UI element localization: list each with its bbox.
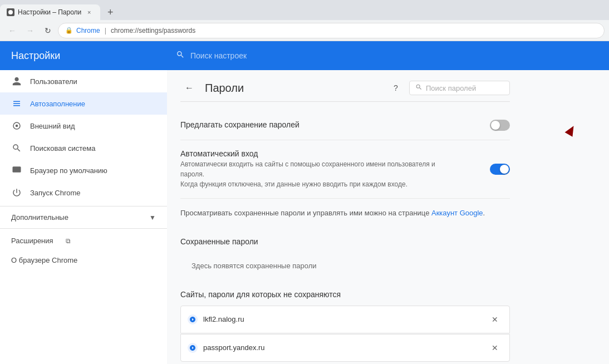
- sidebar-label-default-browser: Браузер по умолчанию: [30, 166, 107, 175]
- site-url-yandex: passport.yandex.ru: [203, 343, 482, 352]
- svg-point-0: [8, 10, 13, 14]
- top-search-bar: [167, 41, 609, 70]
- browser-chrome: Настройки – Пароли × + ← → ↻ 🔒 Chrome | …: [0, 0, 609, 41]
- site-url-nalog: lkfl2.nalog.ru: [203, 315, 482, 323]
- address-lock-icon: 🔒: [65, 27, 73, 34]
- sidebar-label-startup: Запуск Chrome: [30, 189, 81, 197]
- back-to-autofill-button[interactable]: ←: [180, 79, 198, 97]
- main-content: ← Пароли ? Предлагать сохранение паролей: [167, 41, 609, 364]
- sidebar-header: Настройки: [0, 41, 167, 70]
- sidebar-item-search[interactable]: Поисковая система: [0, 137, 167, 159]
- offer-save-info: Предлагать сохранение паролей: [180, 120, 490, 130]
- autofill-icon: [11, 98, 22, 109]
- active-tab[interactable]: Настройки – Пароли ×: [0, 4, 100, 20]
- sidebar-label-appearance: Внешний вид: [30, 122, 75, 130]
- passwords-search-icon: [415, 83, 423, 92]
- users-icon: [11, 76, 22, 87]
- sidebar-label-users: Пользователи: [30, 77, 77, 86]
- sidebar-item-startup[interactable]: Запуск Chrome: [0, 181, 167, 204]
- offer-save-title: Предлагать сохранение паролей: [180, 120, 490, 129]
- sidebar-label-autofill: Автозаполнение: [30, 100, 85, 108]
- address-source: Chrome: [76, 27, 100, 35]
- auto-signin-row: Автоматический вход Автоматически входит…: [180, 140, 510, 199]
- remove-yandex-button[interactable]: ✕: [487, 340, 503, 356]
- sidebar: Настройки Пользователи Автозаполнение Вн…: [0, 41, 167, 364]
- saved-passwords-empty: Здесь появятся сохраненные пароли: [180, 250, 510, 281]
- new-tab-button[interactable]: +: [102, 4, 118, 20]
- content-area: ← Пароли ? Предлагать сохранение паролей: [167, 70, 523, 364]
- auto-signin-toggle[interactable]: [490, 164, 510, 175]
- sidebar-divider-2: [0, 228, 167, 229]
- auto-signin-desc: Автоматически входить на сайты с помощью…: [180, 159, 448, 189]
- back-button[interactable]: ←: [4, 23, 20, 38]
- address-bar[interactable]: 🔒 Chrome | chrome://settings/passwords: [58, 23, 605, 38]
- offer-save-toggle-knob: [491, 121, 500, 130]
- google-account-link[interactable]: Аккаунт Google: [431, 209, 483, 217]
- tab-title: Настройки – Пароли: [18, 8, 81, 16]
- tab-close-button[interactable]: ×: [85, 8, 94, 17]
- content-header: ← Пароли ?: [180, 70, 510, 102]
- address-separator: |: [105, 26, 106, 35]
- top-search-icon: [176, 50, 185, 61]
- nalog-favicon: [188, 314, 198, 324]
- sidebar-label-about: О браузере Chrome: [11, 256, 77, 264]
- sidebar-item-default-browser[interactable]: Браузер по умолчанию: [0, 159, 167, 181]
- page-title: Пароли: [205, 82, 380, 95]
- help-button[interactable]: ?: [387, 79, 405, 97]
- sidebar-item-appearance[interactable]: Внешний вид: [0, 115, 167, 137]
- forward-button[interactable]: →: [22, 23, 38, 38]
- passwords-search-bar[interactable]: [409, 81, 510, 95]
- site-item-nalog: lkfl2.nalog.ru ✕: [180, 306, 510, 333]
- svg-point-1: [16, 125, 18, 127]
- auto-signin-title: Автоматический вход: [180, 149, 490, 158]
- tab-favicon: [7, 8, 14, 16]
- sidebar-title: Настройки: [11, 50, 60, 62]
- advanced-chevron-icon: ▼: [149, 214, 156, 222]
- sidebar-item-users[interactable]: Пользователи: [0, 70, 167, 92]
- settings-container: Настройки Пользователи Автозаполнение Вн…: [0, 41, 609, 364]
- reload-button[interactable]: ↻: [40, 23, 56, 38]
- external-link-icon: ⧉: [66, 237, 71, 245]
- tab-bar: Настройки – Пароли × +: [0, 0, 609, 20]
- yandex-favicon: [188, 343, 198, 353]
- sidebar-label-extensions: Расширения: [11, 237, 53, 245]
- auto-signin-toggle-knob: [500, 165, 509, 174]
- settings-search-input[interactable]: [190, 51, 600, 60]
- never-saved-list: lkfl2.nalog.ru ✕ passport.yandex.ru ✕: [180, 306, 510, 362]
- offer-save-row: Предлагать сохранение паролей: [180, 111, 510, 140]
- startup-icon: [11, 187, 22, 198]
- auto-signin-info: Автоматический вход Автоматически входит…: [180, 149, 490, 189]
- saved-passwords-title: Сохраненные пароли: [180, 228, 510, 250]
- appearance-icon: [11, 120, 22, 131]
- svg-rect-2: [13, 166, 21, 173]
- sidebar-label-search: Поисковая система: [30, 144, 96, 153]
- offer-save-toggle[interactable]: [490, 120, 510, 131]
- sidebar-advanced-label: Дополнительные: [11, 213, 68, 222]
- password-search-input[interactable]: [426, 84, 504, 92]
- google-account-info: Просматривать сохраненные пароли и управ…: [180, 199, 510, 228]
- default-browser-icon: [11, 165, 22, 176]
- remove-nalog-button[interactable]: ✕: [487, 312, 503, 327]
- sidebar-item-about[interactable]: О браузере Chrome: [0, 250, 167, 270]
- search-engine-icon: [11, 142, 22, 154]
- sidebar-item-extensions[interactable]: Расширения ⧉: [0, 231, 167, 250]
- sidebar-advanced-section[interactable]: Дополнительные ▼: [0, 209, 167, 226]
- address-url: chrome://settings/passwords: [111, 27, 195, 35]
- nav-bar: ← → ↻ 🔒 Chrome | chrome://settings/passw…: [0, 20, 609, 41]
- sidebar-divider-1: [0, 206, 167, 206]
- site-item-yandex: passport.yandex.ru ✕: [180, 334, 510, 362]
- sidebar-item-autofill[interactable]: Автозаполнение: [0, 92, 167, 115]
- header-actions: ?: [387, 79, 510, 97]
- never-saved-title: Сайты, пароли для которых не сохраняются: [180, 281, 510, 303]
